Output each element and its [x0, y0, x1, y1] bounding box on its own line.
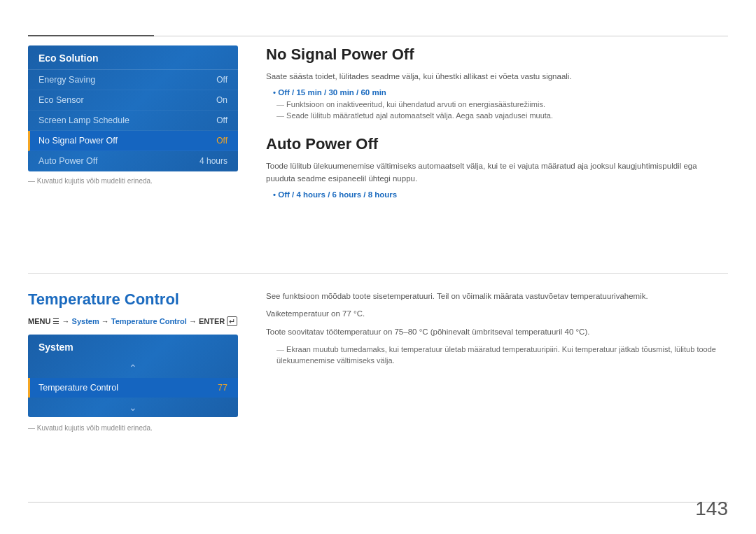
temp-note: Ekraan muutub tumedamaks, kui temperatuu… [273, 344, 728, 367]
no-signal-title: No Signal Power Off [266, 45, 728, 64]
temp-footnote: Kuvatud kujutis võib mudeliti erineda. [28, 424, 238, 432]
menu-item-no-signal[interactable]: No Signal Power Off Off [28, 131, 238, 151]
system-item-value: 77 [218, 383, 227, 393]
auto-power-desc: Toode lülitub ülekuumenemise vältimiseks… [266, 160, 728, 185]
eco-footnote: Kuvatud kujutis võib mudeliti erineda. [28, 177, 238, 185]
menu-item-energy-saving[interactable]: Energy Saving Off [28, 70, 238, 90]
eco-menu-title: Eco Solution [28, 45, 238, 70]
enter-icon: ↵ [227, 316, 237, 326]
arrow-3: → [189, 317, 199, 325]
menu-icon: ☰ [52, 317, 59, 325]
arrow-2: → [102, 317, 111, 325]
page: Eco Solution Energy Saving Off Eco Senso… [0, 0, 756, 534]
menu-item-auto-power[interactable]: Auto Power Off 4 hours [28, 151, 238, 171]
temp-desc-3: Toote soovitatav töötemperatuur on 75–80… [266, 326, 728, 338]
bottom-divider [28, 502, 728, 503]
menu-item-label: Eco Sensor [38, 95, 84, 105]
menu-item-label: Auto Power Off [38, 156, 98, 166]
menu-item-label: No Signal Power Off [38, 136, 118, 146]
menu-item-value: On [216, 95, 227, 105]
menu-item-screen-lamp[interactable]: Screen Lamp Schedule Off [28, 111, 238, 131]
arrow-1: → [62, 317, 72, 325]
temp-control-path: Temperature Control [111, 317, 187, 325]
top-divider [28, 35, 728, 36]
page-number: 143 [695, 498, 728, 520]
temp-desc-2: Vaiketemperatuur on 77 °C. [266, 308, 728, 320]
menu-item-eco-sensor[interactable]: Eco Sensor On [28, 90, 238, 111]
system-title: System [28, 335, 238, 358]
menu-item-label: Screen Lamp Schedule [38, 115, 130, 125]
enter-label: ENTER [199, 317, 227, 325]
auto-power-title: Auto Power Off [266, 135, 728, 153]
auto-power-highlight: Off / 4 hours / 6 hours / 8 hours [273, 190, 728, 199]
menu-item-label: Energy Saving [38, 75, 95, 85]
no-signal-highlight: Off / 15 min / 30 min / 60 min [273, 88, 728, 97]
nav-up-icon[interactable]: ⌃ [28, 358, 238, 378]
eco-menu-box: Eco Solution Energy Saving Off Eco Senso… [28, 45, 238, 171]
temp-control-right: See funktsioon mõõdab toote sisetemperat… [266, 290, 728, 370]
menu-path: MENU ☰ → System → Temperature Control → … [28, 317, 238, 326]
system-item-temp[interactable]: Temperature Control 77 [28, 378, 238, 398]
system-path: System [72, 317, 99, 325]
menu-item-value: Off [216, 115, 227, 125]
temp-control-left: Temperature Control MENU ☰ → System → Te… [28, 290, 238, 432]
menu-item-value: Off [216, 75, 227, 85]
menu-item-value-active: Off [216, 136, 227, 146]
menu-label: MENU [28, 317, 52, 325]
nav-down-icon[interactable]: ⌄ [28, 398, 238, 417]
eco-solution-panel: Eco Solution Energy Saving Off Eco Senso… [28, 45, 238, 185]
menu-item-value: 4 hours [200, 156, 227, 166]
temp-desc-1: See funktsioon mõõdab toote sisetemperat… [266, 290, 728, 302]
right-content-top: No Signal Power Off Saate säästa toidet,… [266, 45, 728, 202]
system-menu-box: System ⌃ Temperature Control 77 ⌄ [28, 335, 238, 417]
no-signal-note-1: Funktsioon on inaktiveeritud, kui ühenda… [273, 100, 728, 108]
full-divider [28, 273, 728, 274]
system-item-label: Temperature Control [38, 383, 118, 393]
no-signal-note-2: Seade lülitub määratletud ajal automaats… [273, 111, 728, 120]
temp-control-heading: Temperature Control [28, 290, 238, 309]
no-signal-desc: Saate säästa toidet, lülitades seadme vä… [266, 71, 728, 83]
